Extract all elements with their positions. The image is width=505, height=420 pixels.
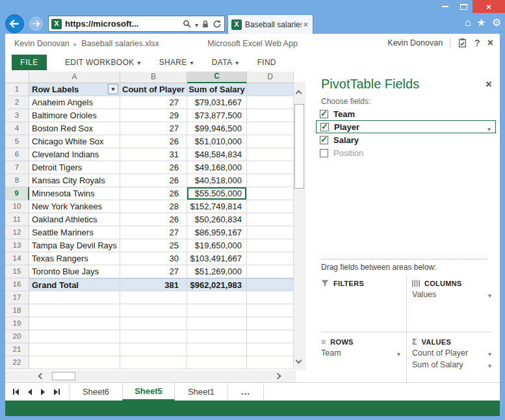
- values-item-sum-of-salary[interactable]: Sum of Salary: [412, 360, 493, 372]
- cell-A12[interactable]: Seattle Mariners: [29, 226, 120, 239]
- row-header-4[interactable]: 4: [5, 122, 29, 135]
- cell-C11[interactable]: $50,260,834: [187, 213, 247, 226]
- scroll-left-icon[interactable]: [38, 373, 45, 380]
- cell-A16[interactable]: Grand Total: [29, 278, 120, 291]
- row-header-2[interactable]: 2: [5, 96, 29, 109]
- previous-sheet-button[interactable]: [28, 389, 32, 395]
- cell-B16[interactable]: 381: [120, 278, 187, 291]
- favorites-star-icon[interactable]: ★: [476, 16, 486, 29]
- cell-D20[interactable]: [247, 330, 294, 343]
- cell-B4[interactable]: 27: [120, 122, 187, 135]
- cell-C12[interactable]: $86,959,167: [187, 226, 247, 239]
- cell-A19[interactable]: [29, 317, 120, 330]
- row-header-3[interactable]: 3: [5, 109, 29, 122]
- address-url[interactable]: https://microsoft...: [65, 19, 183, 29]
- checkbox-team[interactable]: [320, 110, 328, 118]
- settings-gear-icon[interactable]: ⚙: [492, 16, 501, 29]
- sheet-tab-sheet1[interactable]: Sheet1: [175, 383, 227, 400]
- cell-C7[interactable]: $49,168,000: [187, 161, 247, 174]
- field-team[interactable]: Team: [316, 107, 496, 120]
- row-header-16[interactable]: 16: [5, 278, 29, 291]
- cell-A13[interactable]: Tampa Bay Devil Rays: [29, 239, 120, 252]
- share-menu[interactable]: SHARE: [159, 58, 194, 67]
- scroll-up-icon[interactable]: [296, 90, 302, 97]
- browser-tab[interactable]: Baseball salaries.xlsx ×: [227, 14, 313, 34]
- cell-C9[interactable]: $55,505,000: [187, 187, 247, 200]
- vertical-scrollbar[interactable]: [294, 82, 305, 371]
- cell-D14[interactable]: [247, 252, 294, 265]
- column-header-B[interactable]: B: [120, 72, 187, 83]
- column-header-A[interactable]: A: [29, 72, 120, 83]
- cell-A9[interactable]: Minnesota Twins: [29, 187, 120, 200]
- cell-B10[interactable]: 28: [120, 200, 187, 213]
- cell-C18[interactable]: [187, 304, 247, 317]
- field-player[interactable]: Player: [316, 120, 496, 133]
- cell-D8[interactable]: [247, 174, 294, 187]
- scroll-down-icon[interactable]: [296, 358, 302, 364]
- cell-A2[interactable]: Anaheim Angels: [29, 96, 120, 109]
- address-bar[interactable]: https://microsoft...: [48, 16, 225, 32]
- cell-C16[interactable]: $962,021,983: [187, 278, 247, 291]
- cell-A17[interactable]: [29, 291, 120, 304]
- edit-workbook-menu[interactable]: EDIT WORKBOOK: [65, 58, 141, 67]
- cell-D4[interactable]: [247, 122, 294, 135]
- search-icon[interactable]: [183, 20, 192, 29]
- cell-A3[interactable]: Baltimore Orioles: [29, 109, 120, 122]
- cell-B8[interactable]: 26: [120, 174, 187, 187]
- cell-D6[interactable]: [247, 148, 294, 161]
- cell-B14[interactable]: 30: [120, 252, 187, 265]
- cell-D18[interactable]: [247, 304, 294, 317]
- cell-C13[interactable]: $19,650,000: [187, 239, 247, 252]
- cell-B11[interactable]: 26: [120, 213, 187, 226]
- cell-D15[interactable]: [247, 265, 294, 278]
- dropdown-caret-icon[interactable]: [397, 349, 400, 358]
- cell-B22[interactable]: [120, 356, 187, 369]
- cell-A11[interactable]: Oakland Athletics: [29, 213, 120, 226]
- cell-B13[interactable]: 25: [120, 239, 187, 252]
- field-dropdown-caret-icon[interactable]: [487, 122, 491, 134]
- filter-dropdown-button[interactable]: [108, 84, 118, 94]
- cell-D21[interactable]: [247, 343, 294, 356]
- cell-C17[interactable]: [187, 291, 247, 304]
- row-header-11[interactable]: 11: [5, 213, 29, 226]
- cell-D22[interactable]: [247, 356, 294, 369]
- columns-item-values[interactable]: Values: [412, 290, 493, 302]
- dropdown-caret-icon[interactable]: [488, 349, 491, 358]
- next-sheet-button[interactable]: [41, 389, 45, 395]
- row-header-6[interactable]: 6: [5, 148, 29, 161]
- cell-C22[interactable]: [187, 356, 247, 369]
- window-minimize-button[interactable]: [436, 0, 454, 13]
- cell-B21[interactable]: [120, 343, 187, 356]
- cell-A20[interactable]: [29, 330, 120, 343]
- cell-A6[interactable]: Cleveland Indians: [29, 148, 120, 161]
- first-sheet-button[interactable]: [13, 389, 19, 395]
- cell-B6[interactable]: 31: [120, 148, 187, 161]
- cell-D19[interactable]: [247, 317, 294, 330]
- row-header-20[interactable]: 20: [5, 330, 29, 343]
- checkbox-position[interactable]: [320, 149, 328, 157]
- cell-B3[interactable]: 29: [120, 109, 187, 122]
- filters-area[interactable]: FILTERS: [321, 280, 402, 290]
- row-header-14[interactable]: 14: [5, 252, 29, 265]
- cell-A8[interactable]: Kansas City Royals: [29, 174, 120, 187]
- cell-C3[interactable]: $73,877,500: [187, 109, 247, 122]
- cell-B5[interactable]: 26: [120, 135, 187, 148]
- vertical-scroll-thumb[interactable]: [294, 104, 304, 189]
- cell-A10[interactable]: New York Yankees: [29, 200, 120, 213]
- cell-A4[interactable]: Boston Red Sox: [29, 122, 120, 135]
- row-header-18[interactable]: 18: [5, 304, 29, 317]
- find-menu[interactable]: FIND: [257, 58, 276, 67]
- row-header-9[interactable]: 9: [5, 187, 29, 200]
- select-all-corner[interactable]: [5, 72, 29, 83]
- cell-B15[interactable]: 27: [120, 265, 187, 278]
- cell-C2[interactable]: $79,031,667: [187, 96, 247, 109]
- cell-D3[interactable]: [247, 109, 294, 122]
- cell-D1[interactable]: [247, 83, 294, 96]
- tab-close-icon[interactable]: ×: [302, 20, 309, 29]
- help-button[interactable]: ?: [474, 38, 480, 48]
- row-header-5[interactable]: 5: [5, 135, 29, 148]
- cell-C20[interactable]: [187, 330, 247, 343]
- cell-C8[interactable]: $40,518,000: [187, 174, 247, 187]
- cell-D2[interactable]: [247, 96, 294, 109]
- column-header-D[interactable]: D: [247, 72, 294, 83]
